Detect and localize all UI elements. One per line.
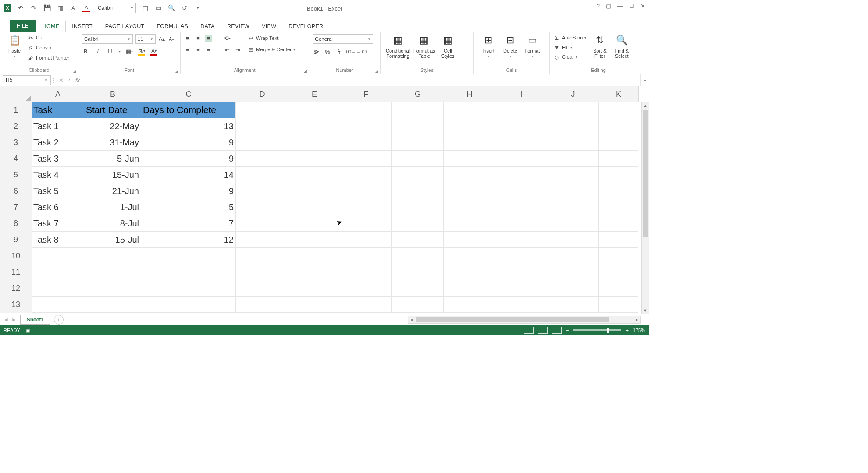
cell[interactable] [84, 280, 141, 297]
minimize-button[interactable]: — [617, 3, 623, 9]
col-header-J[interactable]: J [547, 86, 599, 102]
wrap-text-button[interactable]: ↩Wrap Text [247, 35, 295, 42]
sort-filter-button[interactable]: ⇅Sort & Filter [589, 33, 611, 59]
cell[interactable] [444, 151, 495, 167]
row-header-7[interactable]: 7 [0, 199, 32, 216]
tab-home[interactable]: HOME [36, 21, 66, 32]
cell[interactable] [236, 199, 288, 215]
cell[interactable] [444, 167, 495, 183]
cell[interactable] [547, 183, 599, 199]
cell[interactable] [236, 280, 288, 297]
merge-center-button[interactable]: ⊞Merge & Center▾ [247, 46, 295, 53]
save-icon[interactable]: 💾 [43, 4, 51, 12]
cell[interactable] [288, 264, 340, 280]
cell[interactable] [288, 102, 340, 118]
data-cell[interactable]: Task 3 [32, 151, 84, 167]
increase-indent-icon[interactable]: ⇥ [234, 46, 241, 53]
cell[interactable] [547, 199, 599, 215]
row-header-9[interactable]: 9 [0, 232, 32, 248]
cell[interactable] [444, 118, 495, 134]
print-preview-icon[interactable]: ▦ [56, 4, 64, 12]
sheet-prev-icon[interactable]: ◄ [4, 317, 9, 323]
format-painter-button[interactable]: 🖌Format Painter [27, 54, 69, 61]
font-color-icon[interactable]: A▾ [150, 47, 157, 56]
font-name-combo[interactable]: Calibri▼ [82, 34, 133, 44]
cell[interactable] [236, 183, 288, 199]
cell[interactable] [547, 118, 599, 134]
cell[interactable] [444, 264, 495, 280]
decrease-font-icon[interactable]: A▾ [168, 35, 175, 42]
data-cell[interactable]: Task 1 [32, 118, 84, 134]
font-size-combo[interactable]: 11▼ [135, 34, 156, 44]
row-header-8[interactable]: 8 [0, 215, 32, 232]
data-cell[interactable]: 21-Jun [84, 183, 141, 199]
tab-view[interactable]: VIEW [256, 21, 282, 32]
cell[interactable] [288, 297, 340, 313]
new-sheet-button[interactable]: + [54, 315, 64, 325]
col-header-B[interactable]: B [84, 86, 142, 102]
cell[interactable] [547, 264, 599, 280]
cell[interactable] [340, 167, 392, 183]
sheet-next-icon[interactable]: ► [11, 317, 17, 323]
cell[interactable] [547, 151, 599, 167]
cell[interactable] [495, 183, 547, 199]
cell[interactable] [84, 248, 141, 264]
qat-icon-4[interactable]: ↺ [181, 4, 189, 12]
qat-icon-1[interactable]: ▤ [141, 4, 149, 12]
number-format-combo[interactable]: General▼ [313, 34, 373, 44]
italic-button[interactable]: I [94, 48, 101, 55]
currency-icon[interactable]: $▾ [313, 48, 320, 55]
qat-icon-2[interactable]: ▭ [154, 4, 162, 12]
cell[interactable] [495, 215, 547, 232]
data-cell[interactable]: 5-Jun [84, 151, 141, 167]
cell[interactable] [547, 248, 599, 264]
dialog-launcher-icon[interactable]: ◢ [375, 69, 378, 73]
cell[interactable] [392, 215, 444, 232]
cell-styles-button[interactable]: ▦Cell Styles [437, 33, 459, 59]
cell[interactable] [340, 199, 392, 215]
vertical-scrollbar[interactable]: ▲ ▼ [641, 102, 649, 314]
cell[interactable] [599, 248, 638, 264]
increase-font-icon[interactable]: A▴ [158, 35, 165, 42]
cell[interactable] [288, 215, 340, 232]
cell[interactable] [495, 167, 547, 183]
cell[interactable] [288, 199, 340, 215]
col-header-H[interactable]: H [444, 86, 496, 102]
cell[interactable] [141, 264, 236, 280]
cell[interactable] [599, 297, 638, 313]
comma-icon[interactable]: ϟ [335, 48, 342, 55]
cell[interactable] [288, 232, 340, 248]
col-header-K[interactable]: K [599, 86, 639, 102]
zoom-level[interactable]: 175% [633, 328, 645, 333]
cell[interactable] [392, 167, 444, 183]
cell[interactable] [599, 199, 638, 215]
cell[interactable] [444, 134, 495, 151]
cell[interactable] [444, 297, 495, 313]
clear-button[interactable]: ◇Clear▾ [553, 53, 586, 60]
cell[interactable] [288, 167, 340, 183]
cell[interactable] [599, 183, 638, 199]
zoom-out-icon[interactable]: − [566, 328, 569, 333]
cell[interactable] [599, 167, 638, 183]
tab-review[interactable]: REVIEW [221, 21, 256, 32]
cell[interactable] [236, 215, 288, 232]
cell[interactable] [392, 248, 444, 264]
page-break-view-icon[interactable] [552, 327, 562, 334]
copy-button[interactable]: ⎘Copy▾ [27, 44, 69, 51]
cell[interactable] [599, 264, 638, 280]
cancel-formula-icon[interactable]: ✕ [57, 77, 65, 84]
close-button[interactable]: ✕ [640, 3, 645, 9]
align-left-icon[interactable]: ≡ [184, 46, 191, 53]
row-header-3[interactable]: 3 [0, 134, 32, 151]
cell[interactable] [392, 151, 444, 167]
row-header-11[interactable]: 11 [0, 264, 32, 281]
cell[interactable] [547, 280, 599, 297]
cell[interactable] [340, 280, 392, 297]
cell[interactable] [495, 102, 547, 118]
help-icon[interactable]: ? [597, 3, 600, 9]
cell[interactable] [32, 297, 84, 313]
cell[interactable] [84, 297, 141, 313]
cell[interactable] [236, 151, 288, 167]
header-cell[interactable]: Days to Complete [141, 102, 236, 118]
row-header-2[interactable]: 2 [0, 118, 32, 135]
